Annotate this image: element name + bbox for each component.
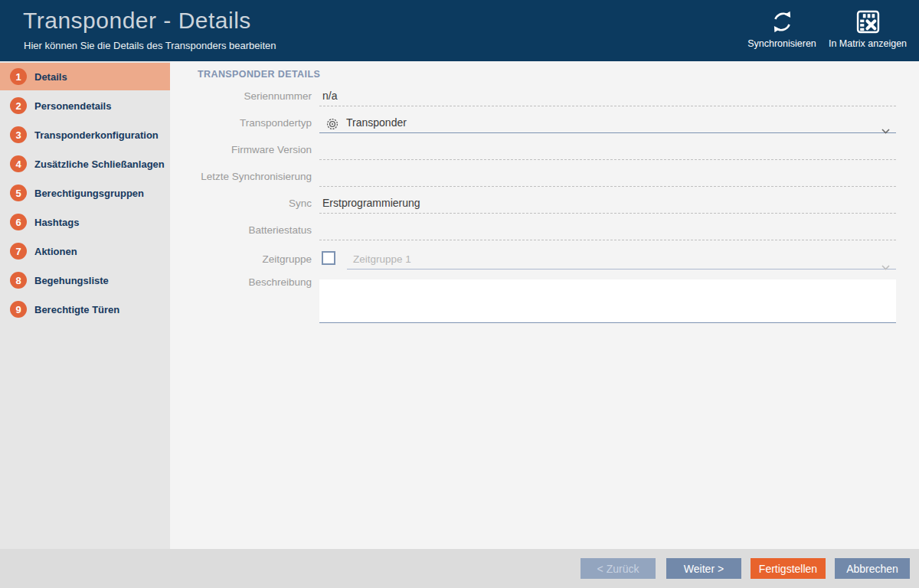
batteriestatus-field — [319, 220, 896, 240]
beschreibung-label: Beschreibung — [184, 276, 312, 288]
field-row-batteriestatus: Batteriestatus — [184, 220, 896, 240]
step-number-badge: 5 — [10, 185, 27, 201]
chevron-down-icon — [881, 120, 890, 140]
letzte-synchronisierung-label: Letzte Synchronisierung — [184, 166, 312, 187]
sidebar-item-label: Personendetails — [34, 100, 111, 112]
finish-button[interactable]: Fertigstellen — [751, 558, 826, 579]
back-button[interactable]: < Zurück — [581, 558, 656, 579]
step-number-badge: 2 — [10, 97, 27, 114]
field-row-seriennummer: Seriennummer n/a — [184, 86, 896, 106]
sidebar-item-label: Details — [34, 71, 67, 83]
step-number-badge: 1 — [10, 68, 27, 85]
sidebar-item-label: Zusätzliche Schließanlagen — [34, 158, 165, 170]
sync-value: Erstprogrammierung — [319, 197, 420, 209]
page-title: Transponder - Details — [23, 8, 251, 34]
step-number-badge: 8 — [10, 272, 27, 289]
sidebar-item-label: Begehungsliste — [34, 275, 109, 286]
zeitgruppe-value: Zeitgruppe 1 — [347, 253, 411, 265]
batteriestatus-label: Batteriestatus — [184, 220, 312, 240]
step-number-badge: 6 — [10, 214, 27, 230]
step-number-badge: 9 — [10, 301, 27, 318]
sidebar-item-label: Transponderkonfiguration — [34, 129, 159, 141]
transpondertyp-value: Transponder — [346, 113, 407, 132]
page-subtitle: Hier können Sie die Details des Transpon… — [24, 40, 276, 51]
sync-icon — [770, 9, 795, 34]
next-button[interactable]: Weiter > — [666, 558, 741, 579]
show-in-matrix-button[interactable]: In Matrix anzeigen — [818, 9, 917, 55]
field-row-zeitgruppe: Zeitgruppe Zeitgruppe 1 — [184, 249, 896, 270]
synchronize-label: Synchronisieren — [747, 38, 816, 49]
sidebar-item-transponderkonfiguration[interactable]: 3 Transponderkonfiguration — [0, 121, 170, 149]
sidebar-item-hashtags[interactable]: 6 Hashtags — [0, 208, 170, 236]
details-panel: TRANSPONDER DETAILS Seriennummer n/a Tra… — [170, 61, 919, 549]
firmware-version-label: Firmware Version — [184, 139, 312, 160]
batteriestatus-value — [319, 224, 322, 236]
footer-bar: < Zurück Weiter > Fertigstellen Abbreche… — [0, 549, 919, 588]
field-row-transpondertyp: Transpondertyp Transponder — [184, 113, 896, 133]
seriennummer-field: n/a — [319, 86, 896, 106]
firmware-version-field — [319, 139, 896, 160]
field-row-sync: Sync Erstprogrammierung — [184, 193, 896, 214]
sidebar-item-personendetails[interactable]: 2 Personendetails — [0, 92, 170, 119]
transponder-icon — [326, 116, 338, 136]
zeitgruppe-checkbox[interactable] — [322, 251, 335, 265]
sidebar-item-berechtigte-tueren[interactable]: 9 Berechtigte Türen — [0, 296, 170, 323]
header: Transponder - Details Hier können Sie di… — [0, 0, 919, 61]
sidebar-item-begehungsliste[interactable]: 8 Begehungsliste — [0, 266, 170, 294]
synchronize-button[interactable]: Synchronisieren — [732, 9, 832, 55]
seriennummer-label: Seriennummer — [184, 86, 312, 106]
sidebar-item-label: Hashtags — [34, 217, 80, 228]
wizard-steps-sidebar: 1 Details 2 Personendetails 3 Transponde… — [0, 61, 170, 549]
sidebar-item-label: Aktionen — [34, 246, 77, 257]
show-in-matrix-label: In Matrix anzeigen — [829, 38, 907, 49]
sidebar-item-zusaetzliche-schliessanlagen[interactable]: 4 Zusätzliche Schließanlagen — [0, 150, 170, 178]
sidebar-item-details[interactable]: 1 Details — [0, 63, 170, 90]
firmware-version-value — [319, 143, 322, 155]
zeitgruppe-label: Zeitgruppe — [184, 249, 312, 270]
sidebar-item-aktionen[interactable]: 7 Aktionen — [0, 237, 170, 265]
cancel-button[interactable]: Abbrechen — [835, 558, 910, 579]
beschreibung-textarea[interactable] — [319, 279, 896, 323]
chevron-down-icon — [881, 256, 890, 276]
matrix-icon — [855, 9, 881, 34]
seriennummer-value: n/a — [319, 90, 337, 102]
sync-label: Sync — [184, 193, 312, 214]
zeitgruppe-field: Zeitgruppe 1 — [319, 249, 896, 270]
step-number-badge: 4 — [10, 155, 27, 172]
step-number-badge: 7 — [10, 243, 27, 260]
field-row-letzte-synchronisierung: Letzte Synchronisierung — [184, 166, 896, 187]
transpondertyp-label: Transpondertyp — [184, 113, 312, 133]
step-number-badge: 3 — [10, 126, 27, 143]
sidebar-item-label: Berechtigte Türen — [34, 304, 119, 315]
zeitgruppe-dropdown[interactable]: Zeitgruppe 1 — [347, 249, 896, 270]
letzte-synchronisierung-field — [319, 166, 896, 187]
sidebar-item-berechtigungsgruppen[interactable]: 5 Berechtigungsgruppen — [0, 179, 170, 207]
transponder-details-window: Transponder - Details Hier können Sie di… — [0, 0, 919, 588]
sidebar-item-label: Berechtigungsgruppen — [34, 188, 144, 199]
letzte-synchronisierung-value — [319, 170, 322, 182]
sync-field: Erstprogrammierung — [319, 193, 896, 214]
field-row-firmware-version: Firmware Version — [184, 139, 896, 160]
transpondertyp-dropdown[interactable]: Transponder — [319, 113, 896, 133]
section-title: TRANSPONDER DETAILS — [198, 69, 320, 80]
